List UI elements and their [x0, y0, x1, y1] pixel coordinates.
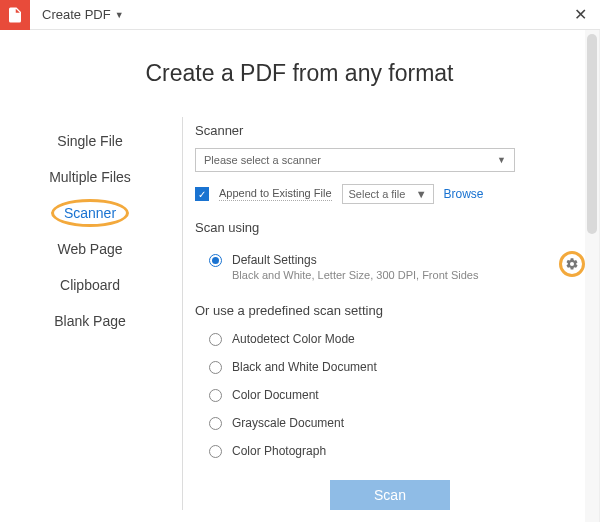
radio-icon [209, 333, 222, 346]
radio-label: Black and White Document [232, 360, 377, 374]
close-button[interactable]: ✕ [560, 0, 600, 30]
radio-color-photograph[interactable]: Color Photograph [209, 444, 585, 458]
sidebar-item-clipboard[interactable]: Clipboard [0, 267, 180, 303]
radio-icon [209, 254, 222, 267]
radio-color-document[interactable]: Color Document [209, 388, 585, 402]
select-file-dropdown[interactable]: Select a file ▼ [342, 184, 434, 204]
scrollbar-thumb[interactable] [587, 34, 597, 234]
close-icon: ✕ [574, 5, 587, 24]
radio-label: Default Settings [232, 253, 478, 267]
browse-link[interactable]: Browse [444, 187, 484, 201]
radio-label: Autodetect Color Mode [232, 332, 355, 346]
scan-using-label: Scan using [195, 220, 585, 235]
sidebar-item-label: Web Page [57, 241, 122, 257]
scrollbar-track[interactable] [585, 30, 599, 522]
titlebar: Create PDF ▼ ✕ [0, 0, 600, 30]
vertical-divider [182, 117, 183, 510]
predefined-label: Or use a predefined scan setting [195, 303, 585, 318]
gear-icon [565, 257, 579, 271]
main-content: Scanner Please select a scanner ▼ ✓ Appe… [195, 117, 585, 510]
check-icon: ✓ [198, 189, 206, 200]
sidebar-item-multiple-files[interactable]: Multiple Files [0, 159, 180, 195]
scan-button[interactable]: Scan [330, 480, 450, 510]
sidebar-item-label: Single File [57, 133, 122, 149]
append-checkbox[interactable]: ✓ [195, 187, 209, 201]
sidebar-item-blank-page[interactable]: Blank Page [0, 303, 180, 339]
radio-bw-document[interactable]: Black and White Document [209, 360, 585, 374]
radio-label: Color Document [232, 388, 319, 402]
scanner-select-placeholder: Please select a scanner [204, 154, 321, 166]
radio-grayscale-document[interactable]: Grayscale Document [209, 416, 585, 430]
sidebar-item-label: Scanner [64, 205, 116, 221]
radio-sublabel: Black and White, Letter Size, 300 DPI, F… [232, 269, 478, 281]
app-icon [0, 0, 30, 30]
radio-icon [209, 361, 222, 374]
sidebar-item-scanner[interactable]: Scanner [0, 195, 180, 231]
radio-icon [209, 445, 222, 458]
titlebar-title[interactable]: Create PDF ▼ [30, 7, 124, 22]
content-area: Create a PDF from any format Single File… [0, 30, 600, 522]
append-label: Append to Existing File [219, 187, 332, 201]
scanner-select[interactable]: Please select a scanner ▼ [195, 148, 515, 172]
sidebar-item-label: Multiple Files [49, 169, 131, 185]
radio-icon [209, 417, 222, 430]
sidebar-item-label: Blank Page [54, 313, 126, 329]
sidebar-item-web-page[interactable]: Web Page [0, 231, 180, 267]
radio-icon [209, 389, 222, 402]
chevron-down-icon: ▼ [497, 155, 506, 165]
sidebar-item-single-file[interactable]: Single File [0, 123, 180, 159]
settings-button[interactable] [559, 251, 585, 277]
select-file-label: Select a file [349, 188, 406, 200]
scanner-section-label: Scanner [195, 123, 585, 138]
titlebar-title-text: Create PDF [42, 7, 111, 22]
sidebar-item-label: Clipboard [60, 277, 120, 293]
sidebar: Single File Multiple Files Scanner Web P… [0, 117, 180, 510]
page-title: Create a PDF from any format [0, 60, 599, 87]
radio-label: Color Photograph [232, 444, 326, 458]
radio-default-settings[interactable]: Default Settings Black and White, Letter… [195, 253, 478, 281]
chevron-down-icon: ▼ [416, 188, 427, 200]
dropdown-caret-icon: ▼ [115, 10, 124, 20]
radio-label: Grayscale Document [232, 416, 344, 430]
radio-autodetect-color[interactable]: Autodetect Color Mode [209, 332, 585, 346]
